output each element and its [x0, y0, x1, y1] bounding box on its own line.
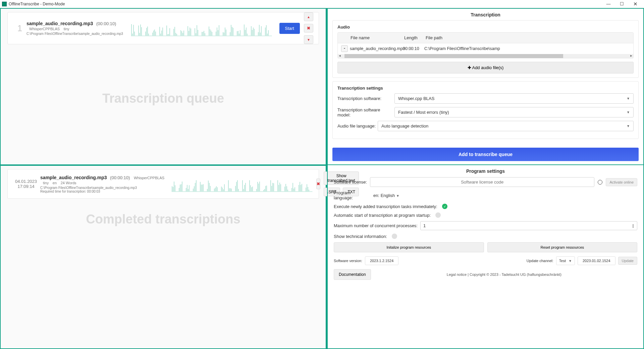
version-value: 2023.1.2.1524: [365, 256, 398, 265]
window-titlebar: OfflineTranscribe - Demo-Mode — ☐ ✕: [0, 0, 644, 8]
queue-watermark: Transcription queue: [1, 91, 326, 106]
completed-watermark: Completed transcriptions: [1, 212, 326, 227]
queue-item: 1 sample_audio_recording.mp3 (00:00:10) …: [7, 12, 319, 44]
row-length: 00:00:10: [403, 46, 424, 51]
queue-model: tiny: [64, 27, 69, 31]
legal-notice: Legal notice | Copyright © 2023 - Tadels…: [371, 272, 637, 277]
completed-filepath: C:\Program Files\OfflineTranscribe\sampl…: [40, 186, 168, 190]
execute-immediately-toggle[interactable]: ✓: [442, 204, 447, 209]
minimize-button[interactable]: —: [602, 0, 615, 8]
license-input[interactable]: [370, 177, 594, 187]
tech-info-label: Show technical information:: [334, 234, 387, 239]
completed-lang: en: [53, 181, 57, 185]
queue-index: 1: [13, 23, 26, 34]
init-resources-button[interactable]: Initalize program resources: [334, 242, 484, 252]
completed-wordcount: 24 Words: [61, 181, 76, 185]
language-label: Audio file language:: [337, 123, 378, 129]
autostart-label: Automatic start of transcription at prog…: [334, 213, 431, 218]
transcription-settings-section: Transcription settings Transcription sof…: [332, 81, 639, 139]
completed-model: tiny: [43, 181, 49, 185]
maximize-button[interactable]: ☐: [615, 0, 629, 8]
software-label: Transcription software:: [337, 96, 394, 101]
remove-audio-button[interactable]: -: [341, 45, 348, 52]
completed-filename: sample_audio_recording.mp3: [40, 175, 107, 180]
audio-row: - sample_audio_recording.mp3 00:00:10 C:…: [338, 43, 633, 54]
completed-duration: (00:00:10): [110, 175, 130, 180]
completed-waveform: [172, 176, 312, 192]
program-language-select[interactable]: en: English ▼: [373, 193, 637, 198]
col-filename: File name: [351, 35, 404, 40]
start-button[interactable]: Start: [279, 23, 300, 34]
channel-label: Update channel:: [527, 259, 553, 263]
queue-duration: (00:00:10): [96, 21, 116, 26]
queue-filepath: C:\Program Files\OfflineTranscribe\sampl…: [26, 32, 127, 36]
version-label: Software version:: [334, 259, 362, 263]
max-processes-input[interactable]: 1 ▲▼: [420, 221, 637, 230]
transcription-queue-panel: 1 sample_audio_recording.mp3 (00:00:10) …: [0, 8, 326, 165]
completed-engine: WhisperCPPBLAS: [134, 176, 164, 180]
update-button[interactable]: Update: [618, 257, 637, 265]
move-up-button[interactable]: ▲: [304, 12, 313, 21]
close-button[interactable]: ✕: [629, 0, 642, 8]
completed-required-time: Required time for transcription: 00:00:0…: [40, 190, 168, 193]
activate-button[interactable]: Activate online: [606, 178, 637, 186]
add-to-queue-button[interactable]: Add to transcribe queue: [332, 148, 639, 161]
reset-resources-button[interactable]: Reset program ressources: [487, 242, 638, 252]
caret-down-icon: ▼: [627, 110, 630, 114]
channel-version: 2023.01.02.1524: [578, 256, 615, 265]
language-select[interactable]: Auto language detection ▼: [378, 121, 634, 131]
plus-icon: ✚: [468, 65, 472, 70]
completed-item: 04.01.2023 17:09:14 sample_audio_recordi…: [7, 169, 319, 199]
model-label: Transcription software model:: [337, 107, 394, 117]
settings-heading: Transcription settings: [337, 86, 634, 91]
caret-down-icon: ▼: [569, 259, 572, 263]
queue-waveform: [131, 20, 275, 36]
app-icon: [2, 2, 7, 6]
queue-filename: sample_audio_recording.mp3: [26, 21, 93, 26]
queue-engine: WhisperCPPBLAS: [29, 27, 60, 31]
completed-panel: 04.01.2023 17:09:14 sample_audio_recordi…: [0, 165, 326, 349]
move-down-button[interactable]: ▼: [304, 35, 313, 44]
transcription-heading: Transcription: [332, 12, 639, 17]
execute-immediately-label: Execute newly added transcription tasks …: [334, 204, 437, 209]
col-filepath: File path: [426, 35, 630, 40]
documentation-button[interactable]: Documentation: [334, 269, 371, 280]
tech-info-toggle[interactable]: [392, 234, 397, 239]
completed-timestamp: 04.01.2023 17:09:14: [13, 179, 37, 189]
caret-down-icon: ▼: [627, 97, 630, 100]
model-select[interactable]: Fastest / Most errors (tiny) ▼: [394, 107, 634, 117]
program-language-label: Program language:: [334, 190, 371, 200]
software-select[interactable]: Whisper.cpp BLAS ▼: [394, 93, 634, 104]
audio-scrollbar[interactable]: ◄►: [338, 54, 633, 58]
max-processes-label: Maximum number of concurrent processes:: [334, 223, 418, 228]
autostart-toggle[interactable]: [435, 212, 441, 218]
program-settings-panel: Program settings Software license: Activ…: [327, 165, 644, 349]
transcription-panel: Transcription Audio File name Length Fil…: [327, 8, 644, 165]
program-settings-heading: Program settings: [334, 168, 637, 174]
audio-section: Audio File name Length File path - sampl…: [332, 20, 639, 78]
row-filename: sample_audio_recording.mp3: [350, 46, 403, 51]
license-status-icon: [598, 180, 602, 185]
caret-down-icon: ▼: [627, 124, 630, 128]
delete-queue-button[interactable]: ✖: [304, 24, 313, 33]
window-title: OfflineTranscribe - Demo-Mode: [9, 2, 602, 6]
col-length: Length: [404, 35, 426, 40]
update-channel-select[interactable]: Test ▼: [556, 256, 575, 265]
row-path: C:\Program Files\OfflineTranscribe\samp: [424, 46, 630, 51]
audio-table: File name Length File path - sample_audi…: [337, 32, 634, 58]
caret-down-icon: ▼: [396, 194, 399, 198]
audio-heading: Audio: [337, 24, 634, 30]
license-label: Software license:: [334, 180, 367, 185]
delete-completed-button[interactable]: ✖: [316, 179, 320, 189]
add-audio-button[interactable]: ✚ Add audio file(s): [337, 62, 634, 73]
